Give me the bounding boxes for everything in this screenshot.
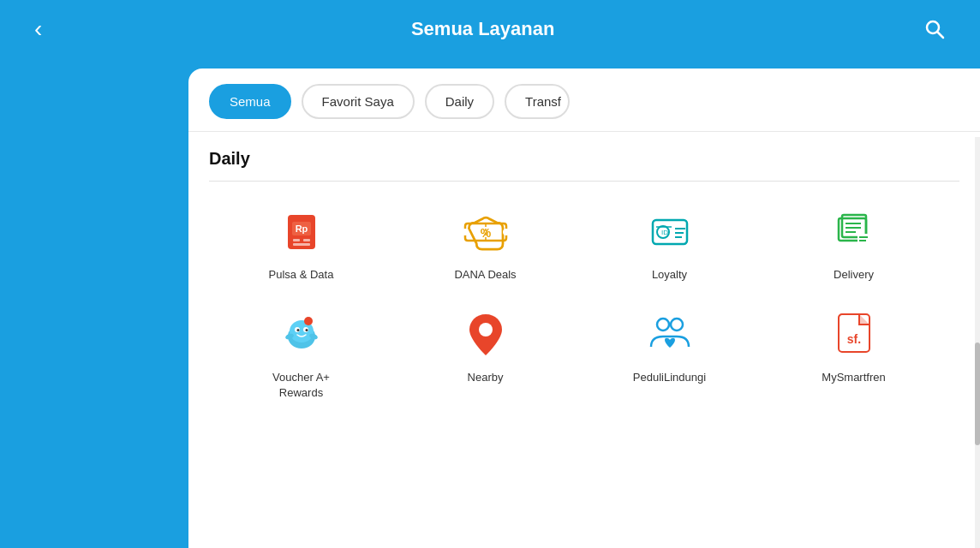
tab-favorit-saya[interactable]: Favorit Saya <box>302 84 415 119</box>
nearby-icon <box>459 308 512 361</box>
loyalty-label: Loyalty <box>652 267 687 283</box>
svg-point-36 <box>479 323 493 337</box>
back-button[interactable]: ‹ <box>34 15 42 43</box>
header: ‹ Semua Layanan <box>0 0 980 58</box>
pulsa-icon: Rp <box>275 206 328 259</box>
voucher-label: Voucher A+ Rewards <box>272 370 330 401</box>
tabs-row: Semua Favorit Saya Daily Transf <box>188 68 980 131</box>
delivery-icon <box>828 206 881 259</box>
svg-text:sf.: sf. <box>846 332 860 346</box>
page-title: Semua Layanan <box>411 18 555 40</box>
item-dana-deals[interactable]: % DANA Deals <box>393 197 577 291</box>
daily-section: Daily Rp Pulsa & Data <box>188 132 980 419</box>
section-title: Daily <box>209 149 959 169</box>
scrollbar-thumb[interactable] <box>975 342 980 445</box>
main-card: Semua Favorit Saya Daily Transf Daily Rp <box>188 68 980 548</box>
dana-deals-icon: % <box>459 206 512 259</box>
peduli-label: PeduliLindungi <box>633 370 706 385</box>
item-mysmartfren[interactable]: sf. MySmartfren <box>762 300 946 409</box>
tab-daily[interactable]: Daily <box>425 84 494 119</box>
delivery-label: Delivery <box>834 267 874 283</box>
svg-point-31 <box>296 329 299 331</box>
svg-text:Rp: Rp <box>295 223 308 234</box>
svg-rect-7 <box>293 243 310 246</box>
svg-text:ID: ID <box>661 229 668 236</box>
item-nearby[interactable]: Nearby <box>393 300 577 409</box>
pulsa-data-label: Pulsa & Data <box>269 267 334 283</box>
item-delivery[interactable]: Delivery <box>762 197 946 291</box>
item-peduli-lindungi[interactable]: PeduliLindungi <box>577 300 762 409</box>
svg-point-37 <box>657 319 669 331</box>
mysmartfren-icon: sf. <box>828 308 881 361</box>
items-grid: Rp Pulsa & Data % <box>209 197 959 410</box>
item-loyalty[interactable]: ID Loyalty <box>577 197 762 291</box>
tab-transfer[interactable]: Transf <box>505 84 570 119</box>
svg-rect-6 <box>303 239 310 241</box>
item-pulsa-data[interactable]: Rp Pulsa & Data <box>209 197 393 291</box>
tab-semua[interactable]: Semua <box>209 84 291 119</box>
dana-deals-label: DANA Deals <box>454 267 516 283</box>
section-divider <box>209 181 959 182</box>
svg-point-32 <box>305 329 308 331</box>
peduli-icon <box>643 308 696 361</box>
svg-rect-5 <box>293 239 300 241</box>
svg-point-33 <box>304 317 313 325</box>
loyalty-icon: ID <box>643 206 696 259</box>
mysmartfren-label: MySmartfren <box>822 370 885 385</box>
svg-line-1 <box>938 33 944 39</box>
svg-point-38 <box>671 319 683 331</box>
search-button[interactable] <box>923 18 946 40</box>
scrollbar[interactable] <box>975 137 980 548</box>
svg-point-10 <box>503 229 510 235</box>
voucher-icon <box>275 308 328 361</box>
item-voucher[interactable]: Voucher A+ Rewards <box>209 300 393 409</box>
nearby-label: Nearby <box>468 370 504 385</box>
svg-point-9 <box>462 229 469 235</box>
